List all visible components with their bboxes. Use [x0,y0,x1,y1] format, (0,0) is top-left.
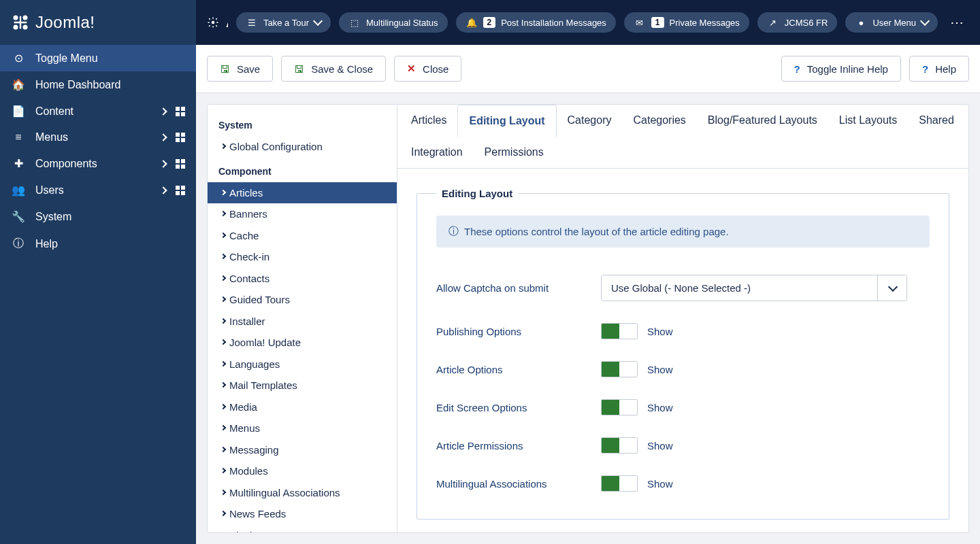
tab-shared[interactable]: Shared [908,105,965,137]
tab-categories[interactable]: Categories [622,105,696,137]
component-heading: Component [218,166,386,177]
sidebar-item-users[interactable]: 👥 Users [0,177,196,203]
toggle-switch[interactable] [601,437,638,454]
tab-bar: ArticlesEditing LayoutCategoryCategories… [397,105,968,169]
save-close-button[interactable]: 🖫 Save & Close [281,56,386,82]
chevron-right-icon [220,275,226,280]
dashboard-grid-icon[interactable] [176,186,185,195]
tab-editing-layout[interactable]: Editing Layout [457,105,556,137]
toggle-switch[interactable] [601,475,638,492]
dashboard-grid-icon[interactable] [176,159,185,169]
chevron-right-icon [159,160,167,167]
chevron-right-icon [220,318,226,323]
config-nav-item-installer[interactable]: Installer [218,311,386,333]
config-nav-item-languages[interactable]: Languages [218,354,386,375]
tab-list-layouts[interactable]: List Layouts [828,105,908,137]
sidebar-item-label: System [35,211,185,223]
tab-integration[interactable]: Integration [400,137,474,168]
help-label: Help [935,63,956,75]
external-link-icon: ↗ [767,16,779,29]
file-icon: 📄 [11,105,26,118]
sidebar-item-content[interactable]: 📄 Content [0,98,196,124]
config-nav-item-check-in[interactable]: Check-in [218,246,386,268]
toggle-switch[interactable] [601,399,638,415]
user-menu-button[interactable]: ● User Menu [845,12,938,33]
config-nav-item-messaging[interactable]: Messaging [218,439,386,461]
toggle-help-label: Toggle Inline Help [807,63,888,75]
users-icon: 👥 [11,184,26,197]
config-nav-item-banners[interactable]: Banners [218,203,386,225]
chevron-down-icon [313,16,323,26]
config-nav-item-contacts[interactable]: Contacts [218,268,386,290]
save-icon: 🖫 [294,63,304,75]
save-button[interactable]: 🖫 Save [207,56,273,82]
sidebar-item-menus[interactable]: ≡ Menus [0,124,196,150]
config-nav-label: Mail Templates [229,379,297,392]
toggle-switch[interactable] [601,361,638,377]
sidebar-item-label: Home Dashboard [35,79,185,91]
take-tour-label: Take a Tour [263,18,309,28]
question-icon: ? [922,63,928,75]
config-nav-item-plugins[interactable]: Plugins [218,525,386,534]
toggle-switch[interactable] [601,323,638,339]
map-icon: ☰ [246,16,258,29]
sidebar-item-system[interactable]: 🔧 System [0,203,196,230]
toggle-value-label: Show [647,478,673,490]
sidebar-item-components[interactable]: ✚ Components [0,150,196,177]
post-install-button[interactable]: 🔔 2 Post Installation Messages [456,12,616,33]
config-nav-item-guided-tours[interactable]: Guided Tours [218,289,386,311]
sidebar-item-label: Users [35,184,151,197]
site-link-button[interactable]: ↗ JCMS6 FR [757,12,838,33]
close-button[interactable]: ✕ Close [394,56,461,82]
captcha-select[interactable]: Use Global (- None Selected -) [601,275,907,301]
private-messages-button[interactable]: ✉ 1 Private Messages [624,12,749,33]
info-icon: ⓘ [448,225,459,238]
close-icon: ✕ [407,63,416,75]
close-label: Close [423,63,448,75]
help-button[interactable]: ? Help [909,56,969,82]
tab-blog-featured-layouts[interactable]: Blog/Featured Layouts [697,105,828,137]
toggle-value-label: Show [647,364,673,375]
dashboard-grid-icon[interactable] [176,107,185,116]
tab-articles[interactable]: Articles [400,105,457,137]
config-nav-label: Cache [229,229,259,243]
config-nav-item-global-configuration[interactable]: Global Configuration [218,136,386,158]
multilingual-status-button[interactable]: ⬚ Multilingual Status [339,12,448,33]
config-nav-label: Check-in [229,250,270,264]
toggle-value-label: Show [647,326,673,337]
private-msg-label: Private Messages [670,18,740,28]
config-nav-label: Global Configuration [229,140,323,154]
sidebar-item-help[interactable]: ⓘ Help [0,230,196,258]
chevron-right-icon [220,489,226,494]
config-nav-item-menus[interactable]: Menus [218,418,386,439]
config-nav-item-articles[interactable]: Articles [208,182,397,204]
brand-logo[interactable]: Joomla! [0,0,196,45]
config-nav-item-cache[interactable]: Cache [218,225,386,247]
config-nav-item-news-feeds[interactable]: News Feeds [218,503,386,525]
field-label: Edit Screen Options [436,402,601,413]
tab-category[interactable]: Category [557,105,623,137]
toggle-inline-help-button[interactable]: ? Toggle Inline Help [781,56,901,82]
toggle-menu-button[interactable]: ⊙ Toggle Menu [0,45,196,71]
tab-permissions[interactable]: Permissions [474,137,555,168]
config-nav-label: Plugins [229,529,263,534]
dashboard-grid-icon[interactable] [176,133,185,142]
take-tour-button[interactable]: ☰ Take a Tour [236,12,331,33]
config-nav-item-joomla-update[interactable]: Joomla! Update [218,332,386,354]
config-nav-item-multilingual-associations[interactable]: Multilingual Associations [218,482,386,504]
config-nav-item-modules[interactable]: Modules [218,460,386,482]
chevron-right-icon [220,232,226,237]
field-row-publishing-options: Publishing Options Show [436,312,930,350]
config-nav-label: Guided Tours [229,293,290,307]
sidebar-item-home-dashboard[interactable]: 🏠 Home Dashboard [0,71,196,98]
config-nav: System Global Configuration Component Ar… [207,104,397,533]
wrench-icon: 🔧 [11,210,26,223]
toggle-value-label: Show [647,402,673,413]
chevron-right-icon [159,133,167,141]
field-label: Multilingual Associations [436,478,601,490]
page-title: Articles: Op [226,15,228,31]
config-nav-item-media[interactable]: Media [218,396,386,418]
config-nav-item-mail-templates[interactable]: Mail Templates [218,375,386,396]
more-menu-button[interactable]: ⋯ [946,14,969,31]
post-install-count: 2 [483,17,496,28]
